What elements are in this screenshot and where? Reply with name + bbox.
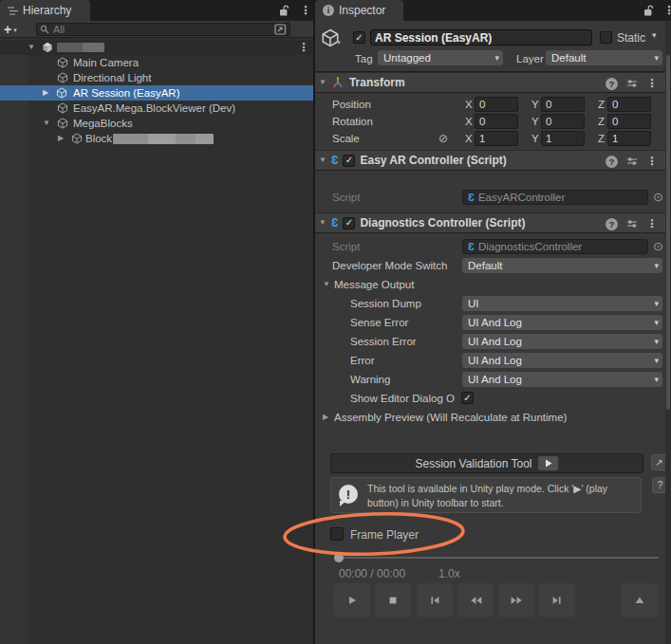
inspector-menu-kebab-icon[interactable]: ⋮ [663, 3, 671, 18]
eject-button[interactable] [622, 583, 658, 617]
rotation-y-field[interactable] [541, 114, 585, 129]
gameobject-name-field[interactable] [370, 29, 592, 46]
scene-kebab-icon[interactable]: ⋮ [298, 40, 309, 55]
frame-player-label: Frame Player [350, 527, 419, 543]
rotation-x-field[interactable] [475, 114, 518, 129]
foldout-expanded-icon[interactable]: ▼ [319, 75, 326, 90]
chevron-down-icon: ▾ [654, 296, 659, 311]
position-y-field[interactable] [541, 97, 585, 112]
hierarchy-unlock-icon[interactable] [279, 5, 289, 17]
script-object-field[interactable]: Ɛ DiagnosticsController [462, 239, 648, 254]
warning-dropdown[interactable]: UI And Log ▾ [462, 372, 662, 387]
position-label: Position [332, 97, 371, 112]
frame-slider-track[interactable] [336, 557, 659, 559]
kebab-icon[interactable]: ⋮ [646, 76, 658, 91]
object-picker-icon[interactable]: ⊙ [653, 239, 663, 254]
frame-player-checkbox[interactable] [330, 527, 344, 541]
axis-y-label: Y [531, 131, 539, 146]
script-object-field[interactable]: Ɛ EasyARController [462, 190, 648, 205]
rewind-button[interactable] [457, 583, 494, 617]
tab-hierarchy[interactable]: Hierarchy [0, 0, 90, 21]
gameobject-cube-icon [71, 133, 83, 144]
presets-icon[interactable] [626, 78, 638, 89]
presets-icon[interactable] [626, 156, 638, 167]
skip-forward-button[interactable] [539, 583, 575, 617]
show-editor-dialog-label: Show Editor Dialog O [350, 391, 455, 406]
hierarchy-item-block[interactable]: ▶ Block [0, 131, 313, 146]
foldout-expanded-icon[interactable]: ▼ [28, 40, 35, 55]
show-editor-dialog-checkbox[interactable]: ✓ [461, 392, 474, 404]
link-off-icon[interactable]: ⊘ [438, 131, 448, 146]
chevron-down-icon: ▾ [654, 353, 659, 368]
search-input[interactable] [53, 24, 271, 35]
tag-value: Untagged [383, 52, 431, 64]
developer-mode-dropdown[interactable]: Default ▾ [462, 258, 662, 273]
scale-z-field[interactable] [607, 131, 651, 146]
session-validation-play-button[interactable] [538, 456, 558, 470]
foldout-collapsed-icon[interactable]: ▶ [43, 85, 48, 101]
active-checkbox[interactable]: ✓ [353, 31, 365, 44]
hierarchy-menu-kebab-icon[interactable]: ⋮ [300, 3, 311, 18]
play-button[interactable] [334, 583, 370, 617]
tab-inspector-label: Inspector [339, 4, 385, 17]
help-icon[interactable]: ? [606, 218, 618, 230]
error-dropdown[interactable]: UI And Log ▾ [462, 353, 662, 368]
redacted-scene-name [57, 43, 104, 52]
skip-back-button[interactable] [417, 583, 453, 617]
tag-dropdown[interactable]: Untagged ▾ [378, 50, 503, 65]
scene-row[interactable]: ▼ ⋮ [0, 40, 313, 55]
error-label: Error [350, 353, 375, 368]
hierarchy-item-megablocks[interactable]: ▼ MegaBlocks [0, 116, 313, 131]
kebab-icon[interactable]: ⋮ [646, 154, 658, 169]
chevron-down-icon: ▼ [336, 40, 342, 46]
foldout-expanded-icon[interactable]: ▼ [43, 116, 50, 131]
session-dump-dropdown[interactable]: UI ▾ [462, 296, 662, 311]
inspector-scrollbar[interactable] [665, 21, 671, 644]
stop-button[interactable] [375, 583, 411, 617]
foldout-expanded-icon[interactable]: ▼ [319, 153, 326, 168]
kebab-icon[interactable]: ⋮ [646, 216, 658, 231]
session-error-dropdown[interactable]: UI And Log ▾ [462, 334, 662, 349]
component-enabled-checkbox[interactable]: ✓ [343, 217, 355, 230]
scale-y-field[interactable] [541, 131, 585, 146]
component-enabled-checkbox[interactable]: ✓ [343, 155, 355, 167]
foldout-expanded-icon[interactable]: ▼ [323, 277, 330, 292]
foldout-collapsed-icon[interactable]: ▶ [323, 410, 328, 425]
session-error-label: Session Error [350, 334, 417, 349]
gameobject-cube-icon [57, 72, 68, 83]
axis-x-label: X [465, 114, 473, 129]
rewind-icon [469, 594, 483, 607]
session-validation-title: Session Validation Tool [416, 457, 532, 470]
position-z-field[interactable] [607, 97, 651, 112]
help-icon[interactable]: ? [606, 156, 618, 168]
hierarchy-item-blockviewer[interactable]: EasyAR.Mega.BlockViewer (Dev) [0, 101, 313, 116]
scale-x-field[interactable] [475, 131, 518, 146]
static-checkbox[interactable] [600, 31, 612, 44]
help-icon[interactable]: ? [606, 78, 618, 90]
sense-error-label: Sense Error [350, 315, 408, 330]
foldout-expanded-icon[interactable]: ▼ [319, 215, 326, 230]
sense-error-dropdown[interactable]: UI And Log ▾ [462, 315, 662, 330]
foldout-collapsed-icon[interactable]: ▶ [58, 131, 64, 146]
hierarchy-search[interactable] [36, 23, 290, 36]
position-x-field[interactable] [475, 97, 518, 112]
stop-icon [386, 594, 400, 607]
layer-dropdown[interactable]: Default ▾ [546, 50, 662, 65]
search-window-icon[interactable] [274, 24, 287, 35]
object-picker-icon[interactable]: ⊙ [653, 190, 663, 205]
hierarchy-item-ar-session[interactable]: ▶ AR Session (EasyAR) [0, 85, 313, 101]
static-dropdown-arrow-icon[interactable]: ▾ [652, 30, 657, 40]
scrollbar-thumb[interactable] [666, 55, 670, 410]
inspector-unlock-icon[interactable] [643, 5, 654, 17]
create-object-button[interactable]: + ▾ [4, 21, 17, 39]
tab-inspector[interactable]: i Inspector [315, 0, 403, 21]
presets-icon[interactable] [626, 218, 638, 230]
fast-forward-button[interactable] [498, 583, 534, 617]
transform-header[interactable]: ▼ Transform ? ⋮ [315, 72, 665, 93]
hierarchy-item-main-camera[interactable]: Main Camera [0, 55, 313, 70]
frame-slider-thumb[interactable] [334, 553, 344, 562]
easy-ar-controller-header[interactable]: ▼ Ɛ ✓ Easy AR Controller (Script) ? ⋮ [315, 150, 665, 171]
hierarchy-item-directional-light[interactable]: Directional Light [0, 70, 313, 85]
rotation-z-field[interactable] [607, 114, 651, 129]
diagnostics-controller-header[interactable]: ▼ Ɛ ✓ Diagnostics Controller (Script) ? … [315, 212, 665, 233]
